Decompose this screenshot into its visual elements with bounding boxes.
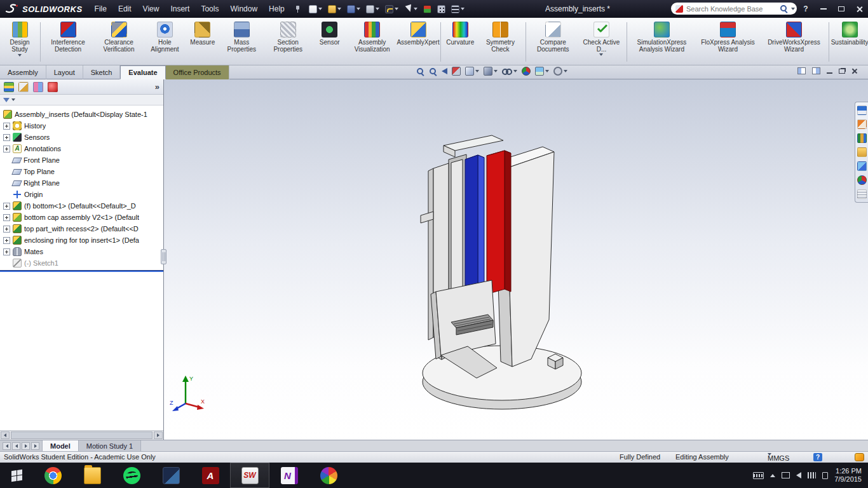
taskbar-media-app[interactable] [309, 463, 348, 488]
ribbon-tool-measure[interactable]: Measure [186, 19, 220, 65]
taskbar-adobe-reader[interactable]: A [191, 463, 230, 488]
ribbon-tool-floxpress[interactable]: FloXpress Analysis Wizard [695, 19, 761, 65]
maximize-icon[interactable] [836, 4, 846, 14]
ribbon-tool-clearance-verification[interactable]: Clearance Verification [93, 19, 144, 65]
undo-button[interactable] [383, 4, 400, 15]
ribbon-tool-mass-properties[interactable]: Mass Properties [220, 19, 264, 65]
tree-item-history[interactable]: History [0, 120, 163, 132]
file-properties-button[interactable] [449, 4, 466, 15]
solidworks-resources-icon[interactable] [857, 105, 867, 115]
panel-splitter-handle[interactable] [161, 249, 166, 264]
edit-appearance-icon[interactable] [522, 67, 531, 76]
filter-chevron-icon[interactable] [11, 98, 15, 101]
scroll-left-icon[interactable] [1, 431, 10, 439]
tree-horizontal-scrollbar[interactable] [0, 430, 163, 440]
tab-model[interactable]: Model [43, 440, 79, 451]
status-help-icon[interactable]: ? [813, 453, 822, 461]
network-icon[interactable] [782, 472, 790, 478]
configuration-manager-tab-icon[interactable] [33, 82, 43, 92]
ribbon-tool-compare-documents[interactable]: Compare Documents [527, 19, 578, 65]
pin-menu-icon[interactable] [294, 6, 301, 12]
new-document-button[interactable] [307, 4, 324, 15]
ribbon-tool-sustainability[interactable]: Sustainability [831, 19, 868, 65]
tab-evaluate[interactable]: Evaluate [120, 65, 165, 79]
cad-model-assembly[interactable] [164, 79, 855, 440]
tray-expand-icon[interactable] [770, 474, 775, 477]
ribbon-tool-hole-alignment[interactable]: Hole Alignment [144, 19, 186, 65]
menu-insert[interactable]: Insert [165, 3, 195, 15]
tree-item-mates[interactable]: Mates [0, 246, 163, 257]
custom-properties-icon[interactable] [857, 189, 867, 199]
open-button[interactable] [326, 4, 343, 15]
panel-flyout-chevron-icon[interactable]: » [155, 82, 159, 92]
tab-motion-study[interactable]: Motion Study 1 [79, 440, 141, 451]
filter-funnel-icon[interactable] [3, 98, 10, 102]
display-manager-tab-icon[interactable] [48, 82, 58, 92]
document-close-icon[interactable] [851, 68, 858, 74]
expand-plus-icon[interactable] [3, 226, 10, 233]
view-settings-icon[interactable] [553, 67, 567, 76]
view-orientation-icon[interactable] [465, 67, 479, 76]
minimize-icon[interactable] [818, 4, 829, 14]
section-view-icon[interactable] [452, 67, 461, 76]
last-tab-icon[interactable] [31, 442, 39, 450]
hide-show-items-icon[interactable] [502, 69, 517, 74]
menu-tools[interactable]: Tools [195, 3, 224, 15]
expand-plus-icon[interactable] [3, 214, 10, 221]
ribbon-tool-symmetry-check[interactable]: Symmetry Check [477, 19, 523, 65]
taskpane-toggle-icon[interactable] [855, 453, 864, 461]
tab-office-products[interactable]: Office Products [166, 65, 229, 79]
feature-manager-tab-icon[interactable] [4, 82, 14, 92]
tree-item-sensors[interactable]: Sensors [0, 132, 163, 143]
expand-plus-icon[interactable] [3, 123, 10, 130]
view-palette-icon[interactable] [857, 161, 867, 171]
ribbon-tool-check-active-document[interactable]: Check Active D... [578, 19, 624, 65]
menu-help[interactable]: Help [263, 3, 290, 15]
next-tab-icon[interactable] [22, 442, 30, 450]
start-button[interactable] [0, 463, 33, 488]
document-restore-icon[interactable] [839, 69, 845, 74]
volume-icon[interactable] [796, 472, 801, 478]
menu-file[interactable]: File [89, 3, 112, 15]
expand-plus-icon[interactable] [3, 248, 10, 255]
ribbon-tool-sensor[interactable]: Sensor [313, 19, 347, 65]
ribbon-tool-assemblyxpert[interactable]: AssemblyXpert [398, 19, 439, 65]
search-scope-chevron-icon[interactable] [791, 8, 795, 10]
search-icon[interactable] [780, 4, 788, 13]
menu-window[interactable]: Window [224, 3, 263, 15]
property-manager-tab-icon[interactable] [18, 82, 29, 92]
ribbon-tool-driveworksxpress[interactable]: DriveWorksXpress Wizard [761, 19, 827, 65]
zoom-area-icon[interactable] [429, 67, 437, 76]
appearances-icon[interactable] [857, 175, 867, 185]
tab-assembly[interactable]: Assembly [0, 65, 46, 79]
tree-item-sketch1[interactable]: (-) Sketch1 [0, 257, 163, 269]
ribbon-tool-simulationxpress[interactable]: SimulationXpress Analysis Wizard [628, 19, 695, 65]
design-library-icon[interactable] [857, 133, 867, 143]
tree-item-origin[interactable]: Origin [0, 189, 163, 200]
taskbar-spotify[interactable] [112, 463, 151, 488]
scroll-right-icon[interactable] [154, 431, 163, 439]
taskbar-file-explorer[interactable] [72, 463, 112, 488]
home-icon[interactable] [857, 119, 867, 129]
tray-clock[interactable]: 1:26 PM 7/9/2015 [834, 467, 862, 484]
ribbon-tool-assembly-visualization[interactable]: Assembly Visualization [347, 19, 398, 65]
ribbon-tool-section-properties[interactable]: Section Properties [264, 19, 313, 65]
rebuild-button[interactable] [421, 4, 433, 15]
viewport-split-icon[interactable] [812, 67, 820, 74]
expand-plus-icon[interactable] [3, 146, 10, 152]
print-button[interactable] [364, 4, 381, 15]
apply-scene-icon[interactable] [535, 67, 549, 76]
expand-plus-icon[interactable] [3, 203, 10, 210]
first-tab-icon[interactable] [3, 442, 11, 450]
tab-sketch[interactable]: Sketch [83, 65, 121, 79]
document-minimize-icon[interactable] [827, 72, 832, 74]
expand-plus-icon[interactable] [3, 237, 10, 244]
taskbar-onenote[interactable]: N [269, 463, 309, 488]
ribbon-tool-interference-detection[interactable]: Interference Detection [43, 19, 93, 65]
options-button[interactable] [435, 4, 447, 15]
menu-edit[interactable]: Edit [112, 3, 137, 15]
zoom-fit-icon[interactable] [416, 67, 424, 76]
help-icon[interactable]: ? [801, 4, 811, 14]
rollback-bar[interactable] [0, 270, 163, 272]
tree-item-top-plane[interactable]: Top Plane [0, 166, 163, 177]
